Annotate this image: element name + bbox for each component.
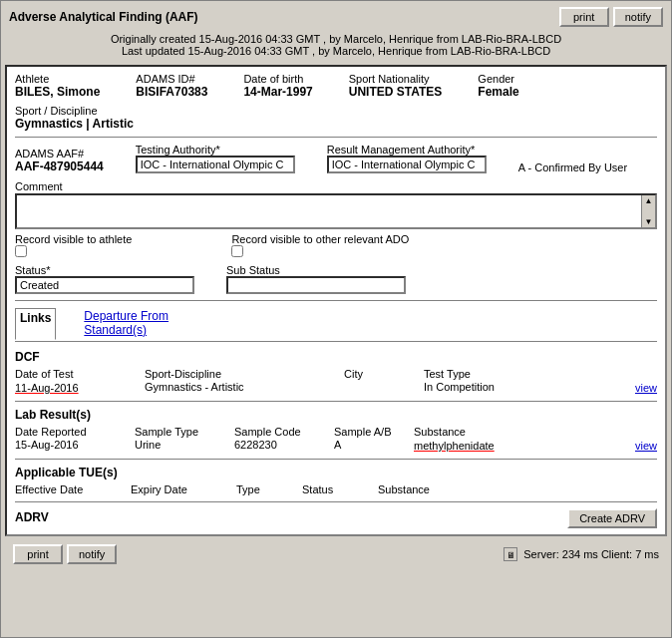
tab-departure[interactable]: Departure FromStandard(s) — [80, 307, 172, 339]
sport-row: Sport / Discipline Gymnastics | Artistic — [15, 105, 657, 131]
rma-label: Result Management Authority* — [327, 144, 487, 156]
comment-label: Comment — [15, 180, 63, 192]
main-content: Athlete BILES, Simone ADAMS ID# BISIFA70… — [5, 65, 667, 536]
dcf-view-link[interactable]: view — [543, 381, 657, 395]
adams-id-group: ADAMS ID# BISIFA70383 — [136, 73, 207, 99]
comment-scrollbar[interactable]: ▲ ▼ — [641, 195, 655, 227]
dcf-view-text[interactable]: view — [635, 382, 657, 394]
tue-header-row: Effective Date Expiry Date Type Status S… — [15, 483, 657, 495]
lab-sample-ab-value: A — [334, 439, 414, 453]
status-row: Status* Sub Status — [15, 264, 657, 294]
gender-value: Female — [478, 85, 518, 99]
main-window: Adverse Analytical Finding (AAF) print n… — [0, 0, 672, 638]
status-input[interactable] — [15, 276, 194, 294]
lab-sample-code-label: Sample Code — [234, 426, 334, 438]
scroll-up-arrow[interactable]: ▲ — [645, 196, 653, 205]
tue-effective-label: Effective Date — [15, 483, 115, 495]
record-visible-row: Record visible to athlete Record visible… — [15, 233, 657, 260]
dcf-sport-discipline-label: Sport-Discipline — [145, 368, 344, 380]
lab-date-label: Date Reported — [15, 426, 135, 438]
sub-status-input[interactable] — [226, 276, 406, 294]
athlete-row: Athlete BILES, Simone ADAMS ID# BISIFA70… — [15, 73, 657, 99]
nationality-value: UNITED STATES — [349, 85, 443, 99]
record-ado-label: Record visible to other relevant ADO — [231, 233, 409, 245]
nationality-group: Sport Nationality UNITED STATES — [349, 73, 443, 99]
nationality-label: Sport Nationality — [349, 73, 443, 85]
print-button-top[interactable]: print — [559, 7, 609, 27]
lab-view-text[interactable]: view — [635, 440, 657, 452]
rma-input[interactable] — [327, 156, 487, 173]
scroll-down-arrow[interactable]: ▼ — [645, 217, 653, 226]
lab-sample-ab-label: Sample A/B — [334, 426, 414, 438]
adrv-section: ADRV Create ADRV — [15, 508, 657, 528]
notify-button-bottom[interactable]: notify — [67, 544, 117, 564]
dob-value: 14-Mar-1997 — [243, 85, 312, 99]
sub-status-group: Sub Status — [226, 264, 406, 294]
dcf-title: DCF — [15, 350, 657, 364]
record-athlete-checkbox[interactable] — [15, 245, 27, 257]
status-label: Status* — [15, 264, 194, 276]
dcf-view-spacer — [543, 368, 657, 380]
adams-id-label: ADAMS ID# — [136, 73, 207, 85]
aaf-label: ADAMS AAF# — [15, 148, 104, 160]
notify-button-top[interactable]: notify — [613, 7, 663, 27]
aaf-value: AAF-487905444 — [15, 160, 104, 173]
dcf-city-value — [344, 381, 424, 395]
athlete-label: Athlete — [15, 73, 100, 85]
testing-authority-label: Testing Authority* — [136, 144, 295, 156]
lab-view-link[interactable]: view — [553, 439, 657, 453]
dcf-test-type-value: In Competition — [424, 381, 543, 395]
tue-expiry-label: Expiry Date — [131, 483, 220, 495]
print-button-bottom[interactable]: print — [13, 544, 63, 564]
lab-substance-text[interactable]: methylphenidate — [414, 440, 495, 452]
lab-substance-label: Substance — [414, 426, 553, 438]
comment-textarea[interactable] — [17, 195, 641, 227]
aaf-group: ADAMS AAF# AAF-487905444 — [15, 148, 104, 173]
footer: print notify 🖥 Server: 234 ms Client: 7 … — [5, 540, 667, 568]
lab-data-row: 15-Aug-2016 Urine 6228230 A methylphenid… — [15, 439, 657, 453]
comment-inner — [17, 195, 641, 227]
dcf-section: DCF Date of Test Sport-Discipline City T… — [15, 350, 657, 528]
sport-label: Sport / Discipline — [15, 105, 134, 117]
adrv-title: ADRV — [15, 510, 49, 524]
adams-id-value: BISIFA70383 — [136, 85, 207, 99]
divider2 — [15, 300, 657, 301]
window-title: Adverse Analytical Finding (AAF) — [9, 10, 198, 24]
lab-date-value: 15-Aug-2016 — [15, 439, 135, 453]
dcf-test-type-label: Test Type — [424, 368, 543, 380]
record-ado-checkbox[interactable] — [231, 245, 243, 257]
tab-links[interactable]: Links — [15, 308, 56, 340]
lab-substance-value: methylphenidate — [414, 439, 553, 453]
server-info-text: Server: 234 ms Client: 7 ms — [523, 548, 659, 560]
dob-label: Date of birth — [243, 73, 312, 85]
meta-line2: Last updated 15-Aug-2016 04:33 GMT , by … — [5, 45, 667, 57]
comment-wrapper: ▲ ▼ — [15, 193, 657, 229]
gender-label: Gender — [478, 73, 518, 85]
meta-info: Originally created 15-Aug-2016 04:33 GMT… — [5, 33, 667, 57]
status-group: Status* — [15, 264, 194, 294]
header-buttons: print notify — [559, 7, 663, 27]
applicable-tue-title: Applicable TUE(s) — [15, 466, 657, 479]
tue-type-label: Type — [236, 483, 286, 495]
lab-sample-type-label: Sample Type — [135, 426, 234, 438]
confirmed-group: A - Confirmed By User — [518, 161, 627, 173]
dcf-data-row: 11-Aug-2016 Gymnastics - Artistic In Com… — [15, 381, 657, 395]
create-adrv-button[interactable]: Create ADRV — [567, 508, 657, 528]
dcf-sport-value: Gymnastics - Artistic — [145, 381, 344, 395]
lab-sample-code-value: 6228230 — [234, 439, 334, 453]
dcf-date-text[interactable]: 11-Aug-2016 — [15, 382, 79, 394]
server-info-group: 🖥 Server: 234 ms Client: 7 ms — [504, 547, 659, 561]
aaf-row: ADAMS AAF# AAF-487905444 Testing Authori… — [15, 144, 657, 173]
footer-buttons: print notify — [13, 544, 117, 564]
rma-group: Result Management Authority* — [327, 144, 487, 173]
lab-result-title: Lab Result(s) — [15, 408, 657, 422]
tab-departure-label: Departure FromStandard(s) — [84, 309, 168, 337]
dcf-header-row: Date of Test Sport-Discipline City Test … — [15, 368, 657, 380]
divider1 — [15, 137, 657, 138]
record-ado-group: Record visible to other relevant ADO — [231, 233, 409, 260]
dcf-city-label: City — [344, 368, 424, 380]
testing-authority-input[interactable] — [136, 156, 295, 173]
sport-group: Sport / Discipline Gymnastics | Artistic — [15, 105, 134, 131]
dcf-date-label: Date of Test — [15, 368, 145, 380]
dob-group: Date of birth 14-Mar-1997 — [243, 73, 312, 99]
